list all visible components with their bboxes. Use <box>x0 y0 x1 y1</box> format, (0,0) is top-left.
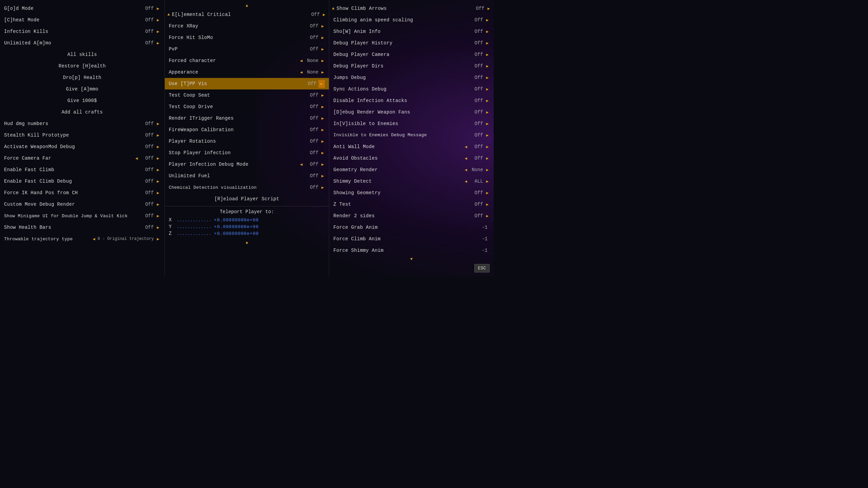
teleport-z-row[interactable]: Z ............. +0.00000000e+00 <box>169 231 325 236</box>
col2-scroll-down[interactable]: ▼ <box>165 240 329 246</box>
col1-action-addcrafts[interactable]: Add all crafts <box>0 106 164 118</box>
col1-item-healthbars[interactable]: Show Health Bars Off ▶ <box>0 222 164 233</box>
col3-item-invisible[interactable]: In[V]isible to Enemies Off ▶ <box>329 118 494 129</box>
col1-action-giveammo[interactable]: Give [A]mmo <box>0 83 164 95</box>
col3-item-jumpsdebug[interactable]: Jumps Debug Off ▶ <box>329 72 494 83</box>
col3-item-geometryrender[interactable]: Geometry Render ◀ None ▶ <box>329 164 494 176</box>
col3-item-antiwall[interactable]: Anti Wall Mode ◀ Off ▶ <box>329 141 494 152</box>
col1-action-allskills[interactable]: All skills <box>0 49 164 60</box>
col3-right-arrow-debugplayerdirs[interactable]: ▶ <box>485 63 490 69</box>
col1-item-3[interactable]: Unlimited A[m]mo Off ▶ <box>0 37 164 49</box>
col2-right-arrow-fireweaponcal[interactable]: ▶ <box>320 127 325 133</box>
col2-item-stopinfection[interactable]: Stop Player infection Off ▶ <box>165 147 329 159</box>
col3-item-forceclimbanim[interactable]: Force Climb Anim -1 <box>329 233 494 245</box>
col2-right-arrow-unlimitedfuel[interactable]: ▶ <box>320 173 325 179</box>
col1-item-0[interactable]: G[o]d Mode Off ▶ <box>0 3 164 14</box>
col3-left-arrow-avoidobstacles[interactable]: ◀ <box>464 155 468 162</box>
col3-item-shimmydetect[interactable]: Shimmy Detect ◀ ALL ▶ <box>329 176 494 187</box>
col3-right-arrow-debugrenderweapon[interactable]: ▶ <box>485 109 490 116</box>
col3-item-ztest[interactable]: Z Test Off ▶ <box>329 199 494 210</box>
col1-item-throwable[interactable]: Throwable trajectory type ◀ 0 - Original… <box>0 233 164 245</box>
col3-header-right-arrow[interactable]: ▶ <box>487 5 491 12</box>
col1-action-drophealth[interactable]: Dro[p] Health <box>0 72 164 83</box>
col1-right-arrow-stealthkill[interactable]: ▶ <box>156 132 160 139</box>
col1-right-arrow-fastclimbdebug[interactable]: ▶ <box>156 178 160 185</box>
col3-right-arrow-avoidobstacles[interactable]: ▶ <box>485 155 490 162</box>
col2-right-arrow-rendertrigger[interactable]: ▶ <box>320 115 325 122</box>
col2-right-arrow-chemdetect[interactable]: ▶ <box>320 184 325 191</box>
col1-item-2[interactable]: Infection Kills Off ▶ <box>0 26 164 37</box>
col1-right-arrow-throwable[interactable]: ▶ <box>156 236 160 242</box>
col1-right-arrow-weaponmod[interactable]: ▶ <box>156 144 160 150</box>
col3-right-arrow-jumpsdebug[interactable]: ▶ <box>485 75 490 81</box>
col3-right-arrow-climbanim[interactable]: ▶ <box>485 17 490 23</box>
col1-item-forcecamera[interactable]: Force Camera Far ◀ Off ▶ <box>0 152 164 164</box>
col3-right-arrow-geometryrender[interactable]: ▶ <box>485 167 490 173</box>
col3-item-showaniminfo[interactable]: Sho[W] Anim Info Off ▶ <box>329 26 494 37</box>
col2-right-arrow-playerrotations[interactable]: ▶ <box>320 138 325 145</box>
col2-right-arrow-testcoopseat[interactable]: ▶ <box>320 92 325 99</box>
col3-item-forceshimmyanim[interactable]: Force Shimmy Anim -1 <box>329 245 494 256</box>
col2-scroll-up[interactable]: ▲ <box>165 3 329 9</box>
col1-left-arrow-throwable[interactable]: ◀ <box>92 236 96 242</box>
col2-right-arrow-infectiondebug[interactable]: ▶ <box>320 161 325 168</box>
col1-item-huddmg[interactable]: Hud dmg numbers Off ▶ <box>0 118 164 129</box>
col3-header[interactable]: ▲ Show Climb Arrows Off ▶ <box>329 3 494 14</box>
col2-item-forcedchar[interactable]: Forced character ◀ None ▶ <box>165 55 329 66</box>
col3-item-climbanim[interactable]: Climbing anim speed scaling Off ▶ <box>329 14 494 26</box>
col3-right-arrow-invisibledebug[interactable]: ▶ <box>485 132 490 139</box>
col3-right-arrow-disableinfect[interactable]: ▶ <box>485 98 490 104</box>
col2-right-arrow-stopinfection[interactable]: ▶ <box>320 150 325 156</box>
col2-right-arrow-forcedchar[interactable]: ▶ <box>320 58 325 64</box>
col1-action-give1000[interactable]: Give 1000$ <box>0 95 164 106</box>
col2-item-infectiondebug[interactable]: Player Infection Debug Mode ◀ Off ▶ <box>165 159 329 170</box>
col2-left-arrow-forcedchar[interactable]: ◀ <box>299 58 303 64</box>
col2-item-fireweaponcal[interactable]: FireWeapon Calibration Off ▶ <box>165 124 329 136</box>
col3-item-showinggeometry[interactable]: Showing Geometry Off ▶ <box>329 187 494 199</box>
col3-left-arrow-antiwall[interactable]: ◀ <box>464 144 468 150</box>
col2-right-arrow-appearance[interactable]: ▶ <box>320 69 325 76</box>
col3-right-arrow-showinggeometry[interactable]: ▶ <box>485 190 490 196</box>
col3-scroll-down[interactable]: ▼ <box>329 256 494 262</box>
col3-item-debugplayercam[interactable]: Debug Player Camera Off ▶ <box>329 49 494 60</box>
col3-item-syncactionsdebug[interactable]: Sync Actions Debug Off ▶ <box>329 83 494 95</box>
col1-item-forceikhands[interactable]: Force IK Hand Pos from CH Off ▶ <box>0 187 164 199</box>
col1-right-arrow-3[interactable]: ▶ <box>156 40 160 46</box>
col2-right-arrow-usetppvis[interactable]: ▶ <box>318 80 325 88</box>
col2-left-arrow-infectiondebug[interactable]: ◀ <box>299 161 303 168</box>
col3-left-arrow-shimmydetect[interactable]: ◀ <box>464 178 468 185</box>
col3-item-render2sides[interactable]: Render 2 sides Off ▶ <box>329 210 494 222</box>
col1-item-fastclimbdebug[interactable]: Enable Fast Climb Debug Off ▶ <box>0 176 164 187</box>
col2-right-arrow-pvp[interactable]: ▶ <box>320 46 325 53</box>
col1-right-arrow-forcecamera[interactable]: ▶ <box>156 155 160 162</box>
col2-item-appearance[interactable]: Appearance ◀ None ▶ <box>165 66 329 78</box>
col2-header-right-arrow[interactable]: ▶ <box>322 12 326 18</box>
col1-right-arrow-0[interactable]: ▶ <box>156 5 160 12</box>
col3-right-arrow-shimmydetect[interactable]: ▶ <box>485 178 490 185</box>
col1-item-custommovedebug[interactable]: Custom Move Debug Render Off ▶ <box>0 199 164 210</box>
col2-item-usetppvis[interactable]: Use [T]PP Vis Off ▶ <box>165 78 329 89</box>
teleport-y-row[interactable]: Y ............. +0.00000000e+00 <box>169 224 325 229</box>
col1-item-1[interactable]: [C]heat Mode Off ▶ <box>0 14 164 26</box>
col3-left-arrow-geometryrender[interactable]: ◀ <box>464 167 468 173</box>
col3-right-arrow-antiwall[interactable]: ▶ <box>485 144 490 150</box>
col3-right-arrow-showaniminfo[interactable]: ▶ <box>485 28 490 35</box>
col3-item-avoidobstacles[interactable]: Avoid Obstacles ◀ Off ▶ <box>329 152 494 164</box>
col3-item-debugplayerhistory[interactable]: Debug Player History Off ▶ <box>329 37 494 49</box>
col1-item-weaponmod[interactable]: Activate WeaponMod Debug Off ▶ <box>0 141 164 152</box>
col2-right-arrow-testcoopdrive[interactable]: ▶ <box>320 104 325 110</box>
col2-item-testcoopseat[interactable]: Test Coop Seat Off ▶ <box>165 89 329 101</box>
col3-right-arrow-debugplayerhistory[interactable]: ▶ <box>485 40 490 46</box>
teleport-x-row[interactable]: X ............. +0.00000000e+00 <box>169 217 325 223</box>
col1-right-arrow-huddmg[interactable]: ▶ <box>156 121 160 127</box>
col2-item-pvp[interactable]: PvP Off ▶ <box>165 43 329 55</box>
col2-item-forcehitslomo[interactable]: Force Hit SloMo Off ▶ <box>165 32 329 43</box>
col1-right-arrow-healthbars[interactable]: ▶ <box>156 224 160 231</box>
col3-right-arrow-invisible[interactable]: ▶ <box>485 121 490 127</box>
col1-item-fastclimb[interactable]: Enable Fast Climb Off ▶ <box>0 164 164 176</box>
col2-left-arrow-appearance[interactable]: ◀ <box>299 69 303 76</box>
col3-item-debugrenderweapon[interactable]: [D]ebug Render Weapon Fans Off ▶ <box>329 106 494 118</box>
col1-right-arrow-custommovedebug[interactable]: ▶ <box>156 201 160 208</box>
col2-item-rendertrigger[interactable]: Render ITrigger Ranges Off ▶ <box>165 113 329 124</box>
col3-right-arrow-ztest[interactable]: ▶ <box>485 201 490 208</box>
